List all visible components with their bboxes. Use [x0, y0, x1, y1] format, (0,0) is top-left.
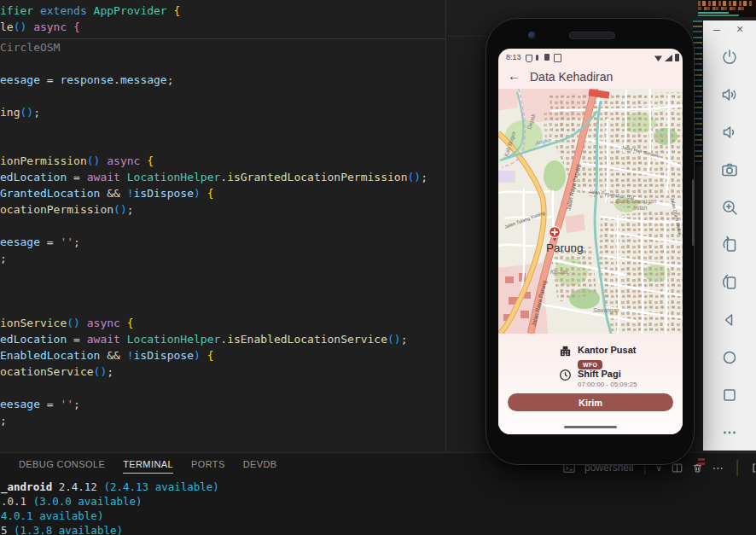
- editor-split-divider[interactable]: [445, 0, 446, 452]
- panel-tab-debug-console[interactable]: DEBUG CONSOLE: [19, 459, 105, 474]
- code-body[interactable]: CircleOSM eesage = response.message; ing…: [0, 38, 445, 454]
- bottom-sheet: Kantor Pusat WFO Shift Pagi 07:00:00 - 0…: [498, 334, 683, 434]
- panel-tab-devdb[interactable]: DEVDB: [243, 459, 277, 474]
- rotate-left-icon[interactable]: [719, 235, 740, 255]
- app-bar: ← Data Kehadiran: [498, 66, 683, 89]
- panel-tabs: DEBUG CONSOLETERMINALPORTSDEVDB: [19, 459, 277, 474]
- split-terminal-icon[interactable]: [672, 462, 683, 474]
- volume-up-icon[interactable]: [719, 84, 740, 105]
- background-window-sliver: [698, 0, 756, 17]
- phone-screen: 8:13 ← Data Kehadiran: [498, 49, 683, 434]
- phone-side-button: [692, 179, 695, 246]
- emulator-close-button[interactable]: ×: [736, 22, 743, 36]
- submit-button[interactable]: Kirim: [508, 393, 673, 411]
- app-battery-icon: [544, 54, 550, 61]
- overview-icon[interactable]: [719, 385, 740, 405]
- mic-icon: [536, 55, 538, 61]
- page-title: Data Kehadiran: [530, 70, 613, 84]
- screenshot-square-icon: [554, 54, 561, 62]
- vpn-shield-icon: [526, 55, 532, 62]
- zoom-icon[interactable]: [719, 197, 740, 218]
- screenshot-camera-icon[interactable]: [719, 160, 740, 180]
- map-label-bukit-sawangan: Bukit-Sawangan: [616, 198, 657, 205]
- home-icon[interactable]: [719, 347, 740, 368]
- controls-separator: │: [734, 460, 742, 475]
- power-icon[interactable]: [719, 47, 740, 67]
- map-label-kp-jati: Kp-Jati: [550, 269, 568, 276]
- more-icon[interactable]: [719, 422, 740, 443]
- back-arrow-icon[interactable]: ←: [508, 68, 520, 83]
- panel-tab-ports[interactable]: PORTS: [191, 459, 225, 474]
- status-bar: 8:13: [498, 49, 683, 66]
- earpiece-speaker: [569, 32, 615, 39]
- status-time: 8:13: [506, 53, 521, 61]
- panel-more-icon[interactable]: ⋯: [712, 462, 724, 474]
- emulator-toolbar: – ×: [703, 20, 756, 451]
- battery-icon: [675, 54, 679, 61]
- sticky-code: ifier extends AppProvider {le() async {: [0, 0, 445, 39]
- maximize-panel-icon[interactable]: [752, 462, 756, 474]
- shift-time-range: 07:00:00 - 05:09:25: [578, 381, 637, 388]
- volume-down-icon[interactable]: [719, 122, 740, 142]
- background-error-sliver: [698, 458, 705, 465]
- shift-row: Shift Pagi 07:00:00 - 05:09:25: [559, 369, 637, 388]
- shift-name: Shift Pagi: [578, 369, 637, 379]
- map-view[interactable]: Parung Jalan Raya Parung Jalan Raya Paru…: [498, 89, 683, 334]
- gesture-handle[interactable]: [564, 426, 617, 428]
- front-camera: [528, 32, 536, 39]
- map-label-parung: Parung: [546, 241, 584, 254]
- emulator-phone: 8:13 ← Data Kehadiran: [486, 18, 695, 465]
- back-icon[interactable]: [719, 310, 740, 330]
- signal-icon: [665, 55, 672, 61]
- rotate-right-icon[interactable]: [719, 272, 740, 293]
- office-row: Kantor Pusat WFO: [559, 345, 636, 370]
- panel-tab-terminal[interactable]: TERMINAL: [123, 459, 173, 474]
- map-label-indah: Indah: [633, 205, 648, 211]
- office-name: Kantor Pusat: [578, 345, 636, 355]
- office-building-icon: [559, 345, 572, 358]
- clock-icon: [559, 369, 572, 381]
- terminal-output[interactable]: _android 2.4.12 (2.4.13 available).0.1 (…: [1, 480, 219, 535]
- desktop: ifier extends AppProvider {le() async { …: [0, 0, 756, 535]
- wifi-icon: [654, 55, 662, 61]
- map-label-sawangan: Sawangan: [593, 307, 619, 314]
- emulator-minimize-button[interactable]: –: [713, 22, 720, 36]
